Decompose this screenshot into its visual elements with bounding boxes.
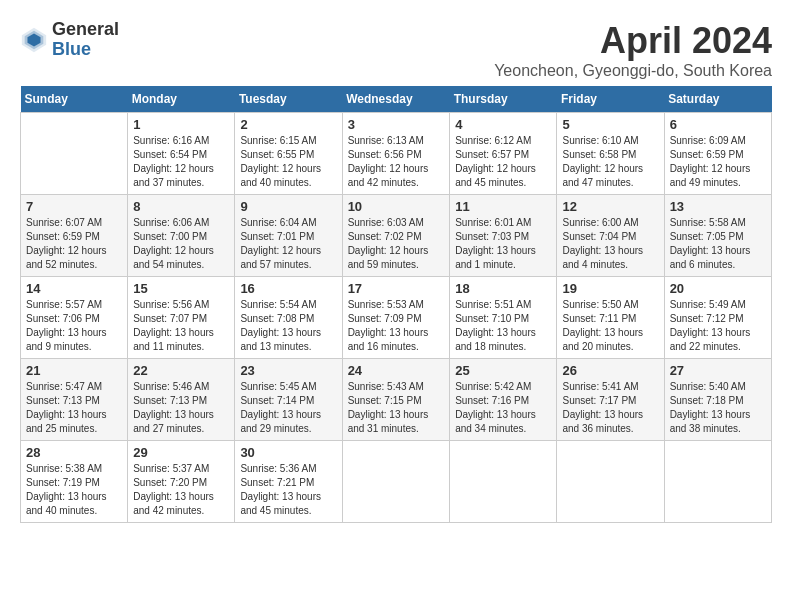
logo-text: General Blue [52, 20, 119, 60]
weekday-header-monday: Monday [128, 86, 235, 113]
day-number: 27 [670, 363, 766, 378]
logo-icon [20, 26, 48, 54]
week-row-4: 21Sunrise: 5:47 AM Sunset: 7:13 PM Dayli… [21, 359, 772, 441]
calendar-cell [664, 441, 771, 523]
day-number: 6 [670, 117, 766, 132]
calendar-cell [450, 441, 557, 523]
calendar-cell: 12Sunrise: 6:00 AM Sunset: 7:04 PM Dayli… [557, 195, 664, 277]
day-info: Sunrise: 5:41 AM Sunset: 7:17 PM Dayligh… [562, 380, 658, 436]
day-number: 19 [562, 281, 658, 296]
day-info: Sunrise: 6:12 AM Sunset: 6:57 PM Dayligh… [455, 134, 551, 190]
calendar-cell [557, 441, 664, 523]
day-info: Sunrise: 5:56 AM Sunset: 7:07 PM Dayligh… [133, 298, 229, 354]
day-number: 8 [133, 199, 229, 214]
day-info: Sunrise: 5:50 AM Sunset: 7:11 PM Dayligh… [562, 298, 658, 354]
day-number: 17 [348, 281, 445, 296]
week-row-1: 1Sunrise: 6:16 AM Sunset: 6:54 PM Daylig… [21, 113, 772, 195]
day-number: 7 [26, 199, 122, 214]
day-info: Sunrise: 5:45 AM Sunset: 7:14 PM Dayligh… [240, 380, 336, 436]
calendar-cell: 30Sunrise: 5:36 AM Sunset: 7:21 PM Dayli… [235, 441, 342, 523]
day-number: 12 [562, 199, 658, 214]
calendar-table: SundayMondayTuesdayWednesdayThursdayFrid… [20, 86, 772, 523]
calendar-cell: 10Sunrise: 6:03 AM Sunset: 7:02 PM Dayli… [342, 195, 450, 277]
calendar-cell: 17Sunrise: 5:53 AM Sunset: 7:09 PM Dayli… [342, 277, 450, 359]
calendar-cell: 1Sunrise: 6:16 AM Sunset: 6:54 PM Daylig… [128, 113, 235, 195]
day-info: Sunrise: 6:09 AM Sunset: 6:59 PM Dayligh… [670, 134, 766, 190]
day-number: 23 [240, 363, 336, 378]
day-info: Sunrise: 5:36 AM Sunset: 7:21 PM Dayligh… [240, 462, 336, 518]
week-row-2: 7Sunrise: 6:07 AM Sunset: 6:59 PM Daylig… [21, 195, 772, 277]
calendar-cell: 15Sunrise: 5:56 AM Sunset: 7:07 PM Dayli… [128, 277, 235, 359]
day-info: Sunrise: 5:49 AM Sunset: 7:12 PM Dayligh… [670, 298, 766, 354]
calendar-cell: 5Sunrise: 6:10 AM Sunset: 6:58 PM Daylig… [557, 113, 664, 195]
calendar-cell: 3Sunrise: 6:13 AM Sunset: 6:56 PM Daylig… [342, 113, 450, 195]
day-number: 26 [562, 363, 658, 378]
week-row-5: 28Sunrise: 5:38 AM Sunset: 7:19 PM Dayli… [21, 441, 772, 523]
calendar-cell: 13Sunrise: 5:58 AM Sunset: 7:05 PM Dayli… [664, 195, 771, 277]
calendar-cell: 2Sunrise: 6:15 AM Sunset: 6:55 PM Daylig… [235, 113, 342, 195]
calendar-cell: 18Sunrise: 5:51 AM Sunset: 7:10 PM Dayli… [450, 277, 557, 359]
day-info: Sunrise: 6:13 AM Sunset: 6:56 PM Dayligh… [348, 134, 445, 190]
day-number: 11 [455, 199, 551, 214]
calendar-cell: 16Sunrise: 5:54 AM Sunset: 7:08 PM Dayli… [235, 277, 342, 359]
weekday-header-wednesday: Wednesday [342, 86, 450, 113]
day-number: 3 [348, 117, 445, 132]
calendar-cell: 27Sunrise: 5:40 AM Sunset: 7:18 PM Dayli… [664, 359, 771, 441]
location-text: Yeoncheon, Gyeonggi-do, South Korea [494, 62, 772, 80]
week-row-3: 14Sunrise: 5:57 AM Sunset: 7:06 PM Dayli… [21, 277, 772, 359]
day-number: 29 [133, 445, 229, 460]
day-number: 2 [240, 117, 336, 132]
calendar-cell: 9Sunrise: 6:04 AM Sunset: 7:01 PM Daylig… [235, 195, 342, 277]
day-number: 14 [26, 281, 122, 296]
title-section: April 2024 Yeoncheon, Gyeonggi-do, South… [494, 20, 772, 80]
weekday-header-row: SundayMondayTuesdayWednesdayThursdayFrid… [21, 86, 772, 113]
month-title: April 2024 [494, 20, 772, 62]
day-number: 25 [455, 363, 551, 378]
calendar-cell [21, 113, 128, 195]
day-number: 18 [455, 281, 551, 296]
day-info: Sunrise: 6:15 AM Sunset: 6:55 PM Dayligh… [240, 134, 336, 190]
day-info: Sunrise: 5:38 AM Sunset: 7:19 PM Dayligh… [26, 462, 122, 518]
day-info: Sunrise: 6:00 AM Sunset: 7:04 PM Dayligh… [562, 216, 658, 272]
day-number: 5 [562, 117, 658, 132]
calendar-cell: 22Sunrise: 5:46 AM Sunset: 7:13 PM Dayli… [128, 359, 235, 441]
day-number: 28 [26, 445, 122, 460]
calendar-cell: 19Sunrise: 5:50 AM Sunset: 7:11 PM Dayli… [557, 277, 664, 359]
calendar-cell: 4Sunrise: 6:12 AM Sunset: 6:57 PM Daylig… [450, 113, 557, 195]
day-number: 30 [240, 445, 336, 460]
day-number: 13 [670, 199, 766, 214]
day-info: Sunrise: 5:40 AM Sunset: 7:18 PM Dayligh… [670, 380, 766, 436]
day-info: Sunrise: 5:53 AM Sunset: 7:09 PM Dayligh… [348, 298, 445, 354]
day-number: 22 [133, 363, 229, 378]
weekday-header-tuesday: Tuesday [235, 86, 342, 113]
weekday-header-thursday: Thursday [450, 86, 557, 113]
calendar-cell: 7Sunrise: 6:07 AM Sunset: 6:59 PM Daylig… [21, 195, 128, 277]
day-info: Sunrise: 5:51 AM Sunset: 7:10 PM Dayligh… [455, 298, 551, 354]
day-info: Sunrise: 5:58 AM Sunset: 7:05 PM Dayligh… [670, 216, 766, 272]
day-number: 15 [133, 281, 229, 296]
day-number: 4 [455, 117, 551, 132]
calendar-cell: 26Sunrise: 5:41 AM Sunset: 7:17 PM Dayli… [557, 359, 664, 441]
calendar-cell: 28Sunrise: 5:38 AM Sunset: 7:19 PM Dayli… [21, 441, 128, 523]
day-number: 1 [133, 117, 229, 132]
day-number: 16 [240, 281, 336, 296]
logo-general-text: General [52, 20, 119, 40]
day-info: Sunrise: 5:46 AM Sunset: 7:13 PM Dayligh… [133, 380, 229, 436]
page-header: General Blue April 2024 Yeoncheon, Gyeon… [20, 20, 772, 80]
day-info: Sunrise: 6:04 AM Sunset: 7:01 PM Dayligh… [240, 216, 336, 272]
day-info: Sunrise: 5:42 AM Sunset: 7:16 PM Dayligh… [455, 380, 551, 436]
day-info: Sunrise: 5:54 AM Sunset: 7:08 PM Dayligh… [240, 298, 336, 354]
day-info: Sunrise: 5:47 AM Sunset: 7:13 PM Dayligh… [26, 380, 122, 436]
day-info: Sunrise: 6:06 AM Sunset: 7:00 PM Dayligh… [133, 216, 229, 272]
day-number: 9 [240, 199, 336, 214]
day-number: 24 [348, 363, 445, 378]
day-number: 20 [670, 281, 766, 296]
calendar-cell: 14Sunrise: 5:57 AM Sunset: 7:06 PM Dayli… [21, 277, 128, 359]
calendar-cell [342, 441, 450, 523]
day-info: Sunrise: 5:37 AM Sunset: 7:20 PM Dayligh… [133, 462, 229, 518]
calendar-cell: 6Sunrise: 6:09 AM Sunset: 6:59 PM Daylig… [664, 113, 771, 195]
calendar-cell: 20Sunrise: 5:49 AM Sunset: 7:12 PM Dayli… [664, 277, 771, 359]
weekday-header-friday: Friday [557, 86, 664, 113]
day-info: Sunrise: 6:03 AM Sunset: 7:02 PM Dayligh… [348, 216, 445, 272]
calendar-cell: 11Sunrise: 6:01 AM Sunset: 7:03 PM Dayli… [450, 195, 557, 277]
